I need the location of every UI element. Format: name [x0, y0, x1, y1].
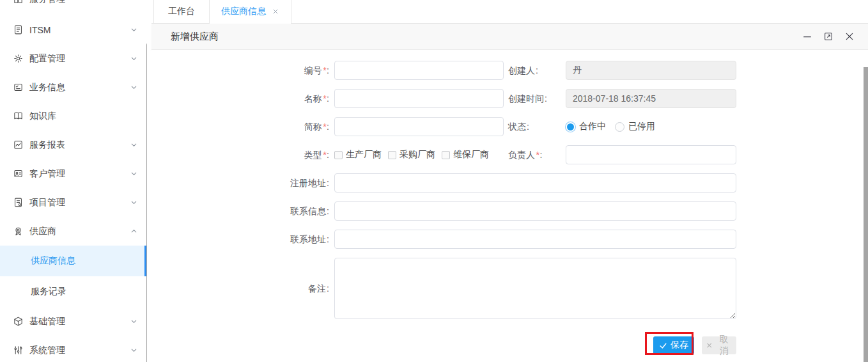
type-checkbox-group: 生产厂商 采购厂商 维保厂商: [334, 145, 489, 164]
main-area: 工作台 供应商信息 新增供应商 编号 创建人 名称: [151, 0, 868, 362]
chevron-down-icon: [130, 318, 137, 325]
window-controls: [802, 31, 855, 42]
sidebar-item-label: 供应商: [29, 226, 56, 237]
sidebar-item-label: 服务管理: [29, 0, 65, 5]
cancel-button[interactable]: 取消: [702, 336, 736, 354]
sidebar-item-label: 系统管理: [29, 345, 65, 356]
creator-label: 创建人: [508, 61, 538, 80]
checkbox-icon: [388, 151, 396, 159]
chevron-down-icon: [130, 141, 137, 148]
checkbox-maintenance-vendor[interactable]: 维保厂商: [442, 149, 489, 161]
sidebar-scrollbar[interactable]: [146, 43, 147, 362]
contact-address-label: 联系地址: [268, 230, 329, 249]
sidebar-subitem-label: 供应商信息: [31, 255, 75, 267]
contact-info-label: 联系信息: [268, 201, 329, 221]
modal-header: 新增供应商: [151, 24, 868, 50]
type-label: 类型: [268, 145, 329, 164]
chevron-down-icon: [130, 170, 137, 177]
sidebar-item-itsm[interactable]: ITSM: [0, 15, 147, 44]
sidebar-subitem-label: 服务记录: [31, 286, 66, 297]
sidebar-item-knowledge-base[interactable]: 知识库: [0, 102, 147, 130]
radio-selected-icon: [566, 122, 575, 132]
id-card-icon: [12, 168, 24, 180]
short-name-input[interactable]: [334, 117, 504, 136]
sidebar-item-label: 知识库: [29, 111, 56, 122]
sidebar-item-customer-mgmt[interactable]: 客户管理: [0, 159, 147, 188]
number-label: 编号: [268, 61, 329, 80]
reg-address-input[interactable]: [334, 173, 736, 193]
sidebar-item-label: ITSM: [29, 25, 50, 35]
sidebar-subitem-supplier-info[interactable]: 供应商信息: [0, 246, 147, 276]
chevron-down-icon: [130, 84, 137, 91]
content-scrollbar[interactable]: [864, 67, 868, 362]
contact-info-input[interactable]: [334, 201, 736, 221]
gear-icon: [12, 53, 24, 65]
radio-deactivated[interactable]: 已停用: [615, 121, 655, 132]
radio-cooperating[interactable]: 合作中: [566, 121, 606, 132]
sidebar-item-basic-mgmt[interactable]: 基础管理: [0, 307, 147, 336]
reg-address-label: 注册地址: [268, 173, 329, 193]
remark-label: 备注: [268, 279, 329, 298]
tab-workbench[interactable]: 工作台: [153, 0, 210, 23]
sidebar-item-label: 基础管理: [29, 316, 65, 327]
maximize-icon[interactable]: [823, 31, 834, 42]
status-radio-group: 合作中 已停用: [566, 117, 655, 136]
sidebar: 服务管理 ITSM 配置管理 业务信息: [0, 0, 147, 362]
sidebar-nav: ITSM 配置管理 业务信息: [0, 15, 147, 362]
minimize-icon[interactable]: [802, 31, 813, 42]
sidebar-item-project-mgmt[interactable]: 项目管理: [0, 188, 147, 217]
sidebar-item-business-info[interactable]: 业务信息: [0, 73, 147, 102]
close-icon[interactable]: [844, 31, 855, 42]
sidebar-item-clipped[interactable]: 服务管理: [0, 0, 147, 13]
sidebar-item-label: 项目管理: [29, 197, 65, 209]
sidebar-item-supplier[interactable]: 供应商: [0, 217, 147, 246]
chevron-down-icon: [130, 26, 137, 33]
cube-icon: [12, 316, 24, 327]
sidebar-item-config-mgmt[interactable]: 配置管理: [0, 44, 147, 73]
name-label: 名称: [268, 89, 329, 108]
tab-supplier-info[interactable]: 供应商信息: [209, 0, 291, 23]
chevron-down-icon: [130, 347, 137, 354]
checkbox-manufacturer[interactable]: 生产厂商: [334, 149, 382, 161]
sidebar-item-label: 业务信息: [29, 82, 65, 93]
chevron-up-icon: [130, 228, 137, 235]
project-doc-icon: [12, 197, 24, 209]
sliders-icon: [12, 345, 24, 356]
new-supplier-form: 编号 创建人 名称 创建时间 简称 状态 合作中 已停用 类型: [151, 50, 868, 362]
sidebar-item-system-mgmt[interactable]: 系统管理: [0, 336, 147, 362]
sidebar-subitem-service-record[interactable]: 服务记录: [0, 276, 147, 307]
save-button[interactable]: 保存: [653, 336, 694, 354]
chart-icon: [12, 139, 24, 151]
contact-address-input[interactable]: [334, 230, 736, 249]
sidebar-item-label: 客户管理: [29, 168, 65, 180]
radio-unselected-icon: [615, 122, 624, 132]
book-icon: [12, 111, 24, 122]
tab-label: 工作台: [168, 6, 195, 17]
medal-icon: [12, 226, 24, 237]
grid-icon: [12, 0, 24, 5]
name-input[interactable]: [334, 89, 504, 108]
creator-input: [566, 61, 736, 80]
check-icon: [659, 342, 667, 350]
remark-textarea[interactable]: [334, 258, 736, 319]
list-check-icon: [12, 82, 24, 93]
manager-input[interactable]: [566, 145, 736, 164]
sidebar-item-service-report[interactable]: 服务报表: [0, 130, 147, 159]
checkbox-purchasing-vendor[interactable]: 采购厂商: [388, 149, 435, 161]
checkbox-icon: [334, 151, 343, 159]
sidebar-item-label: 配置管理: [29, 53, 65, 65]
chevron-down-icon: [130, 199, 137, 206]
manager-label: 负责人: [508, 145, 542, 164]
chevron-down-icon: [130, 55, 137, 62]
tab-close-icon[interactable]: [272, 8, 279, 15]
created-time-input: [566, 89, 736, 108]
number-input[interactable]: [334, 61, 504, 80]
x-icon: [706, 342, 713, 349]
checkbox-icon: [442, 151, 450, 159]
tab-bar: 工作台 供应商信息: [151, 0, 868, 24]
document-icon: [12, 24, 24, 36]
status-label: 状态: [508, 117, 529, 136]
sidebar-item-label: 服务报表: [29, 139, 65, 151]
created-time-label: 创建时间: [508, 89, 547, 108]
short-name-label: 简称: [268, 117, 329, 136]
